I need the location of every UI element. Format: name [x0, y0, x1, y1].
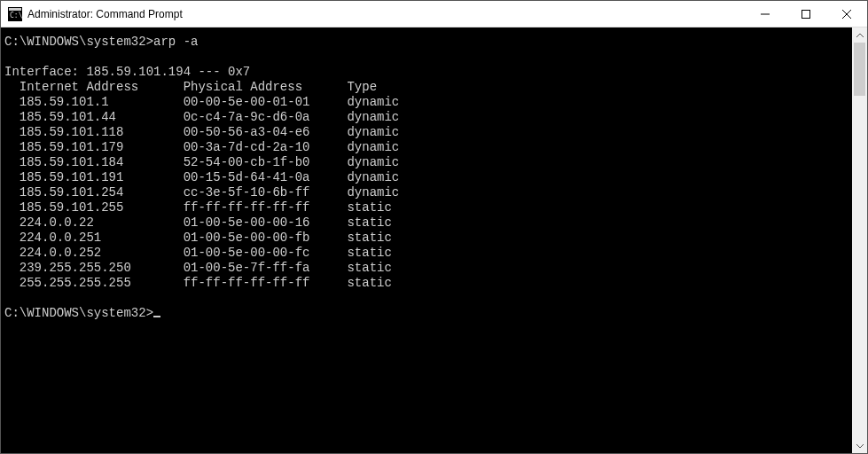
- svg-rect-4: [802, 10, 810, 18]
- maximize-button[interactable]: [786, 1, 826, 27]
- svg-rect-1: [9, 8, 21, 11]
- console-wrap: C:\WINDOWS\system32>arp -a Interface: 18…: [1, 27, 867, 453]
- titlebar: C:\ Administrator: Command Prompt: [1, 1, 867, 27]
- minimize-button[interactable]: [745, 1, 786, 27]
- cmd-icon: C:\: [8, 7, 22, 21]
- scroll-thumb[interactable]: [854, 43, 865, 96]
- close-button[interactable]: [826, 1, 867, 27]
- scroll-track[interactable]: [852, 43, 867, 438]
- terminal-output[interactable]: C:\WINDOWS\system32>arp -a Interface: 18…: [1, 27, 852, 453]
- svg-text:C:\: C:\: [10, 12, 22, 20]
- terminal-cursor: [153, 316, 160, 317]
- scroll-up-button[interactable]: [852, 27, 867, 43]
- window-controls: [745, 1, 867, 27]
- scroll-down-button[interactable]: [852, 438, 867, 453]
- vertical-scrollbar[interactable]: [852, 27, 867, 453]
- window-title: Administrator: Command Prompt: [27, 8, 745, 20]
